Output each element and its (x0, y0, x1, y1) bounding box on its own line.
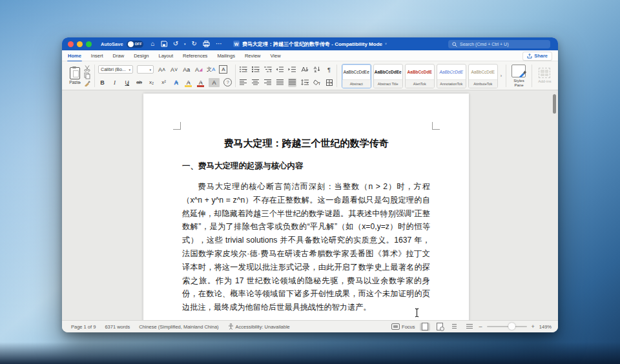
paste-dropdown-icon[interactable]: ▾ (79, 81, 81, 85)
underline-button[interactable]: U▾ (123, 78, 131, 87)
view-print-layout-button[interactable] (420, 323, 430, 331)
view-outline-button[interactable] (450, 323, 460, 331)
shrink-font-icon[interactable]: A˅ (170, 65, 178, 74)
font-name-select[interactable]: Calibri (Bo...▾ (98, 65, 133, 74)
style-card-abstract-title[interactable]: AaBbCcDdEe Abstract Title (373, 64, 403, 88)
focus-button[interactable]: Focus (391, 323, 415, 330)
style-card-annotationtok[interactable]: AaBbCcDdE AnnotationTok (437, 64, 466, 88)
paste-button[interactable]: Paste ▾ (67, 63, 83, 88)
print-layout-icon (422, 323, 428, 330)
zoom-slider[interactable] (487, 326, 527, 327)
undo-icon[interactable]: ↺ (173, 41, 178, 47)
justify-icon[interactable] (276, 78, 284, 87)
undo-dropdown-icon[interactable]: ▾ (184, 42, 186, 46)
increase-indent-icon[interactable] (288, 65, 296, 74)
strikethrough-button[interactable]: ab (135, 78, 143, 87)
zoom-slider-thumb[interactable] (508, 323, 515, 330)
minimize-button[interactable] (77, 41, 83, 47)
view-layout-settings-button[interactable] (435, 323, 445, 331)
search-placeholder: Search (Cmd + Ctrl + U) (460, 42, 508, 46)
traffic-lights (68, 41, 92, 47)
language-indicator[interactable]: Chinese (Simplified, Mainland China) (139, 324, 218, 330)
font-size-select[interactable]: ▾ (137, 65, 154, 74)
tab-review[interactable]: Review (244, 52, 262, 60)
multilevel-list-icon[interactable]: ▾ (264, 65, 272, 74)
cut-icon[interactable] (83, 65, 91, 72)
align-right-icon[interactable] (264, 78, 272, 87)
ribbon-home: Paste ▾ Calibri (Bo...▾ (62, 61, 558, 90)
enclose-characters-icon[interactable]: A (219, 65, 227, 74)
sort-icon[interactable] (313, 65, 321, 74)
close-button[interactable] (68, 41, 74, 47)
clear-formatting-icon[interactable]: A◢ (194, 65, 203, 74)
save-icon[interactable] (161, 41, 167, 47)
print-icon[interactable] (203, 41, 210, 47)
text-effects-button[interactable]: A▾ (172, 78, 180, 87)
styles-gallery-more-icon[interactable]: › (501, 74, 502, 78)
share-button[interactable]: Share (522, 52, 552, 61)
character-shading-button[interactable]: A (209, 78, 220, 87)
zoom-window-button[interactable] (86, 41, 92, 47)
paragraph-group: ▾ ▾ ▾ ▾ (239, 63, 333, 88)
autosave-toggle[interactable]: OFF (127, 41, 143, 48)
document-paragraph-1[interactable]: 费马大定理的核心断言简洁而深刻：当整数（n > 2）时，方程（x^n + y^n… (182, 180, 430, 314)
asian-layout-icon[interactable]: ▾ (300, 65, 309, 74)
vertical-scrollbar-thumb[interactable] (553, 94, 556, 114)
bullet-list-icon[interactable]: ▾ (239, 65, 247, 74)
page-text[interactable]: 费马大定理：跨越三个世纪的数学传奇 一、费马大定理的起源与核心内容 费马大定理的… (182, 137, 430, 321)
home-icon[interactable]: ⌂ (151, 41, 155, 47)
superscript-button[interactable]: x² (160, 78, 168, 87)
tab-insert[interactable]: Insert (90, 52, 104, 60)
italic-button[interactable]: I (110, 78, 119, 87)
text-boundary-mark-top-left (173, 122, 181, 130)
tab-mailings[interactable]: Mailings (216, 52, 236, 60)
paste-clipboard-icon (70, 67, 80, 79)
align-left-icon[interactable] (239, 78, 247, 87)
phonetic-guide-icon[interactable]: 文A (207, 65, 215, 74)
tab-home[interactable]: Home (67, 52, 82, 60)
distribute-text-icon[interactable] (288, 78, 296, 87)
view-draft-button[interactable] (464, 323, 475, 331)
bold-button[interactable]: B (98, 78, 107, 87)
add-ins-button[interactable]: Add-ins (535, 63, 554, 88)
decrease-indent-icon[interactable] (276, 65, 284, 74)
document-heading-1[interactable]: 一、费马大定理的起源与核心内容 (182, 161, 430, 172)
layout-gear-icon (437, 323, 443, 330)
tab-layout[interactable]: Layout (158, 52, 174, 60)
document-page[interactable]: 费马大定理：跨越三个世纪的数学传奇 一、费马大定理的起源与核心内容 费马大定理的… (143, 94, 469, 321)
style-card-abstract[interactable]: AaBbCcDdEe Abstract (342, 64, 371, 88)
show-paragraph-marks-icon[interactable]: ¶ (325, 65, 333, 74)
shading-bucket-icon[interactable]: ▾ (313, 78, 321, 87)
change-case-icon[interactable]: Aa▾ (182, 65, 191, 74)
borders-icon[interactable]: ▾ (325, 78, 333, 87)
word-count[interactable]: 6371 words (105, 324, 130, 330)
grow-font-icon[interactable]: A˄ (158, 65, 166, 74)
redo-icon[interactable]: ↻ (192, 41, 197, 47)
circle-characters-button[interactable]: ? (223, 78, 232, 86)
more-commands-icon[interactable]: ⋯ (216, 41, 222, 47)
numbered-list-icon[interactable]: ▾ (251, 65, 260, 74)
zoom-in-button[interactable]: + (532, 323, 535, 330)
page-indicator[interactable]: Page 1 of 9 (71, 324, 96, 330)
line-spacing-icon[interactable]: ▾ (300, 78, 309, 87)
align-center-icon[interactable] (251, 78, 260, 87)
tab-view[interactable]: View (269, 52, 281, 60)
style-card-alerttok[interactable]: AaBbCcDdE AlertTok (405, 64, 435, 88)
zoom-level[interactable]: 149% (539, 324, 552, 330)
accessibility-status[interactable]: Accessibility: Unavailable (228, 323, 290, 330)
styles-pane-button[interactable]: Styles Pane (510, 63, 528, 88)
font-color-button[interactable]: A▾ (196, 78, 205, 87)
format-painter-icon[interactable] (83, 79, 91, 87)
tab-references[interactable]: References (182, 52, 208, 60)
title-dropdown-icon[interactable]: ˅ (385, 42, 387, 46)
subscript-button[interactable]: x₂ (147, 78, 156, 87)
tab-design[interactable]: Design (133, 52, 149, 60)
document-title[interactable]: 费马大定理：跨越三个世纪的数学传奇 (182, 137, 430, 150)
copy-icon[interactable] (83, 72, 91, 80)
highlight-color-button[interactable]: A▾ (184, 78, 192, 87)
search-field[interactable]: Search (Cmd + Ctrl + U) (448, 40, 550, 48)
tab-draw[interactable]: Draw (112, 52, 125, 60)
document-canvas[interactable]: 费马大定理：跨越三个世纪的数学传奇 一、费马大定理的起源与核心内容 费马大定理的… (62, 90, 558, 321)
style-card-attributetok[interactable]: AaBbCcDdE AttributeTok (468, 64, 498, 88)
zoom-out-button[interactable]: – (479, 323, 482, 330)
